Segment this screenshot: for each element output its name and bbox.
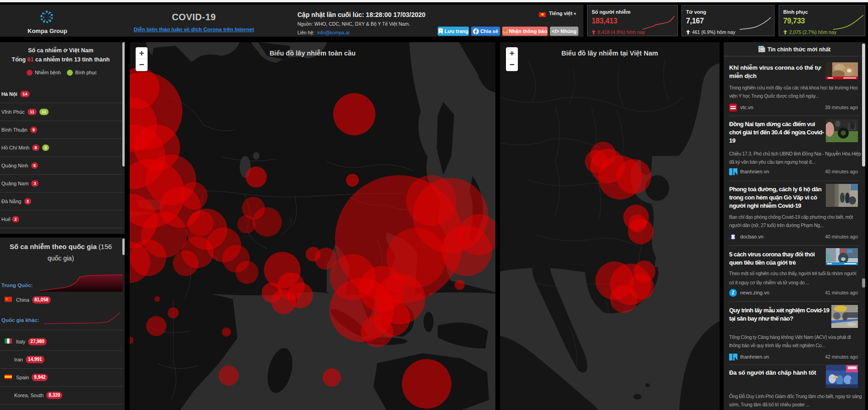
svg-text:★: ★ xyxy=(5,298,8,300)
svg-text:Z: Z xyxy=(731,290,734,295)
